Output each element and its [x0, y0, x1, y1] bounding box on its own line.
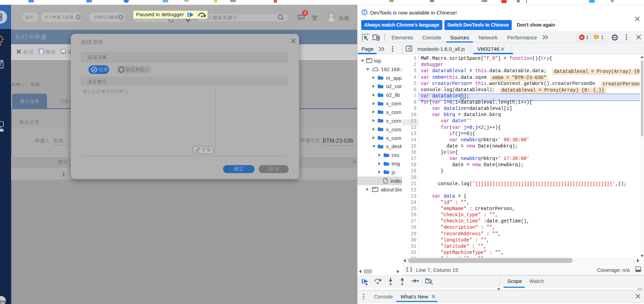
svg-text:9%: 9%: [0, 299, 6, 304]
